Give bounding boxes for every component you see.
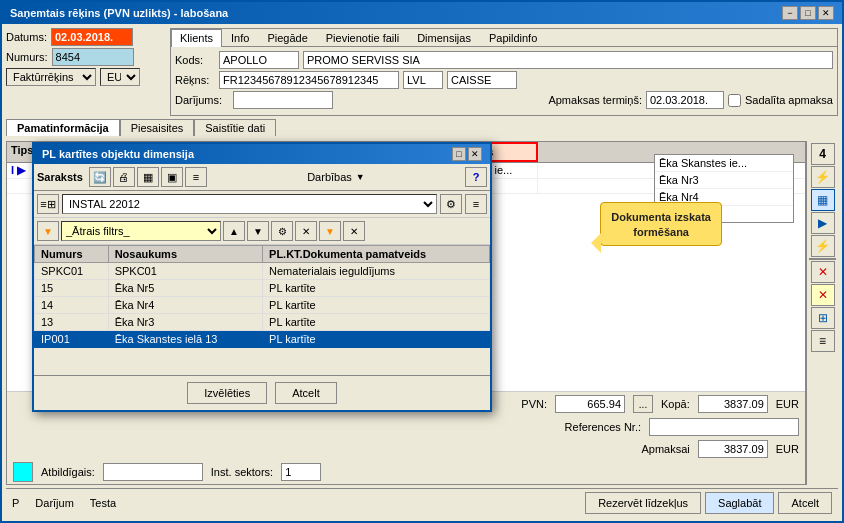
- tab-piesaisites[interactable]: Piesaisites: [120, 119, 195, 136]
- tool-btn-grid[interactable]: ⊞: [811, 307, 835, 329]
- filter-btn3[interactable]: ⚙: [271, 221, 293, 241]
- sadalita-checkbox[interactable]: [728, 94, 741, 107]
- pl-item4[interactable]: Ēka Nr5: [655, 206, 793, 222]
- modal-table-row[interactable]: 13 Ēka Nr3 PL kartīte: [35, 314, 490, 331]
- rekjns-input[interactable]: [219, 71, 399, 89]
- pvn-input[interactable]: [555, 395, 625, 413]
- modal-td-numurs: SPKC01: [35, 263, 109, 280]
- type-select[interactable]: Faktūrrēķins: [6, 68, 96, 86]
- modal-table-wrapper: Numurs Nosaukums PL.KT.Dokumenta pamatve…: [34, 245, 490, 375]
- filter-btn1[interactable]: ▲: [223, 221, 245, 241]
- top-section: Datums: Numurs: Faktūrrēķins EUR: [6, 28, 838, 116]
- references-input[interactable]: [649, 418, 799, 436]
- modal-list2-btn[interactable]: ≡: [465, 194, 487, 214]
- numurs-input[interactable]: [52, 48, 134, 66]
- tool-btn-delete2[interactable]: ✕: [811, 284, 835, 306]
- pvn-ellipsis[interactable]: ...: [633, 395, 653, 413]
- tab-info[interactable]: Info: [222, 29, 258, 46]
- tab-saistitie[interactable]: Saistītie dati: [194, 119, 276, 136]
- tool-btn-arrow[interactable]: ▶: [811, 212, 835, 234]
- darijums-input[interactable]: [233, 91, 333, 109]
- apmaksai-input[interactable]: [698, 440, 768, 458]
- modal-atcelt-button[interactable]: Atcelt: [275, 382, 337, 404]
- tool-btn-lightning1[interactable]: ⚡: [811, 166, 835, 188]
- filter-btn5[interactable]: ▼: [319, 221, 341, 241]
- minimize-button[interactable]: −: [782, 6, 798, 20]
- modal-td-pamatveids: PL kartīte: [263, 314, 490, 331]
- tool-btn-lines[interactable]: ≡: [811, 330, 835, 352]
- modal-close-btn[interactable]: ✕: [468, 147, 482, 161]
- tool-btn-lightning2[interactable]: ⚡: [811, 235, 835, 257]
- tab-papildinfo[interactable]: Papildinfo: [480, 29, 546, 46]
- close-button[interactable]: ✕: [818, 6, 834, 20]
- filter-btn4[interactable]: ✕: [295, 221, 317, 241]
- modal-title-controls: □ ✕: [452, 147, 482, 161]
- numurs-row: Numurs:: [6, 48, 166, 66]
- numurs-label: Numurs:: [6, 51, 48, 63]
- pl-item2[interactable]: Ēka Nr3: [655, 172, 793, 189]
- tab-klients[interactable]: Klients: [171, 29, 222, 47]
- apmaksas-input[interactable]: [646, 91, 724, 109]
- modal-print-btn[interactable]: 🖨: [113, 167, 135, 187]
- modal-filter-select[interactable]: _Ātrais filtrs_: [61, 221, 221, 241]
- modal-table-btn[interactable]: ▦: [137, 167, 159, 187]
- izvelieties-button[interactable]: Izvēlēties: [187, 382, 267, 404]
- footer-darijum: Darījum: [35, 497, 74, 509]
- kods-name-input[interactable]: [303, 51, 833, 69]
- atb-input[interactable]: [103, 463, 203, 481]
- tool-btn-delete1[interactable]: ✕: [811, 261, 835, 283]
- modal-list-btn[interactable]: ≡: [185, 167, 207, 187]
- modal-table-row[interactable]: SPKC01 SPKC01 Nematerialais ieguldījums: [35, 263, 490, 280]
- pl-item1[interactable]: Ēka Skanstes ie...: [655, 155, 793, 172]
- modal-td-pamatveids: PL kartīte: [263, 331, 490, 348]
- filter-btn2[interactable]: ▼: [247, 221, 269, 241]
- maximize-button[interactable]: □: [800, 6, 816, 20]
- modal-refresh-btn[interactable]: 🔄: [89, 167, 111, 187]
- pl-item3[interactable]: Ēka Nr4: [655, 189, 793, 206]
- references-label: References Nr.:: [565, 421, 641, 433]
- modal-table-header-row: Numurs Nosaukums PL.KT.Dokumenta pamatve…: [35, 246, 490, 263]
- tab-piegade[interactable]: Piegāde: [258, 29, 316, 46]
- kods-input[interactable]: [219, 51, 299, 69]
- modal-th-pamatveids: PL.KT.Dokumenta pamatveids: [263, 246, 490, 263]
- rezervet-button[interactable]: Rezervēt līdzekļus: [585, 492, 701, 514]
- modal-table-row[interactable]: 15 Ēka Nr5 PL kartīte: [35, 280, 490, 297]
- pvn-label: PVN:: [521, 398, 547, 410]
- modal-hierarchy-btn[interactable]: ≡⊞: [37, 194, 59, 214]
- modal-config-btn[interactable]: ⚙: [440, 194, 462, 214]
- filter-btn6[interactable]: ✕: [343, 221, 365, 241]
- modal-td-nosaukums: Ēka Nr5: [108, 280, 262, 297]
- inst-input[interactable]: [281, 463, 321, 481]
- filter-icon-btn[interactable]: ▼: [37, 221, 59, 241]
- klients-tab-content: Kods: Rēķns: Darījums:: [171, 47, 837, 115]
- tool-btn-table[interactable]: ▦: [811, 189, 835, 211]
- tab-pievienotie[interactable]: Pievienotie faili: [317, 29, 408, 46]
- rekjns-code-input[interactable]: [403, 71, 443, 89]
- modal-help-btn[interactable]: ?: [465, 167, 487, 187]
- modal-table-row[interactable]: 14 Ēka Nr4 PL kartīte: [35, 297, 490, 314]
- modal-dropdown-row: ≡⊞ INSTAL 22012 ⚙ ≡: [34, 191, 490, 218]
- modal-title-text: PL kartītes objektu dimensija: [42, 148, 194, 160]
- modal-table: Numurs Nosaukums PL.KT.Dokumenta pamatve…: [34, 245, 490, 348]
- rekjns-extra-input[interactable]: [447, 71, 517, 89]
- kopa-input[interactable]: [698, 395, 768, 413]
- type-row: Faktūrrēķins EUR: [6, 68, 166, 86]
- darbibas-label: Darbības: [307, 171, 352, 183]
- modal-table-row-selected[interactable]: IP001 Ēka Skanstes ielā 13 PL kartīte: [35, 331, 490, 348]
- modal-td-nosaukums: SPKC01: [108, 263, 262, 280]
- apmaksai-label: Apmaksai: [641, 443, 689, 455]
- datums-input[interactable]: [51, 28, 133, 46]
- tool-btn-4[interactable]: 4: [811, 143, 835, 165]
- main-window: Saņemtais rēķins (PVN uzlikts) - labošan…: [0, 0, 844, 523]
- modal-card-btn[interactable]: ▣: [161, 167, 183, 187]
- saglabot-button[interactable]: Saglabāt: [705, 492, 774, 514]
- modal-restore-btn[interactable]: □: [452, 147, 466, 161]
- right-toolbar: 4 ⚡ ▦ ▶ ⚡ ✕ ✕ ⊞ ≡: [806, 141, 838, 485]
- atcelt-button[interactable]: Atcelt: [778, 492, 832, 514]
- tab-pamatinformacija[interactable]: Pamatinformācija: [6, 119, 120, 136]
- currency-select[interactable]: EUR: [100, 68, 140, 86]
- modal-dropdown[interactable]: INSTAL 22012: [62, 194, 437, 214]
- left-fields: Datums: Numurs: Faktūrrēķins EUR: [6, 28, 166, 86]
- cyan-indicator: [13, 462, 33, 482]
- tab-dimensijas[interactable]: Dimensijas: [408, 29, 480, 46]
